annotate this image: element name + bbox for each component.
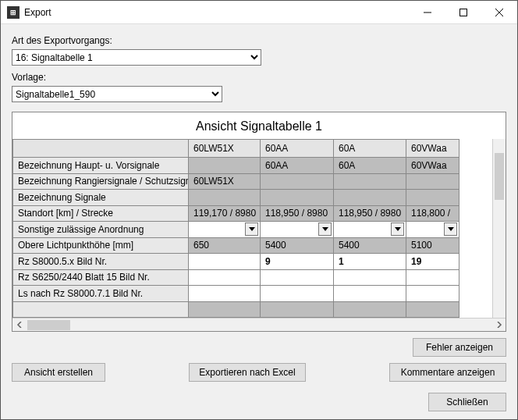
row-header[interactable]: Bezeichnung Haupt- u. Vorsignale: [12, 158, 189, 173]
table-cell[interactable]: 5100: [406, 238, 459, 254]
window-controls: [410, 1, 517, 23]
table-cell[interactable]: 5400: [334, 238, 406, 254]
row-header[interactable]: Rz S6250/2440 Blatt 15 Bild Nr.: [12, 270, 189, 286]
table-cell[interactable]: 5400: [261, 238, 334, 254]
svg-marker-4: [249, 227, 255, 231]
svg-marker-5: [322, 227, 328, 231]
template-label: Vorlage:: [12, 72, 506, 83]
scroll-left-icon[interactable]: [12, 319, 26, 332]
dropdown-icon[interactable]: [391, 222, 404, 236]
titlebar[interactable]: ⊞ Export: [1, 1, 517, 24]
row-header[interactable]: [12, 302, 189, 318]
table-cell[interactable]: [334, 286, 406, 301]
table-cell[interactable]: [334, 302, 406, 318]
table-cell[interactable]: [406, 302, 459, 318]
row-header[interactable]: Rz S8000.5.x Bild Nr.: [12, 254, 189, 269]
table-cell[interactable]: 118,950 / 8980: [261, 206, 334, 222]
row-header[interactable]: Bezeichnung Signale: [12, 190, 189, 205]
table-cell[interactable]: 650: [189, 238, 261, 254]
app-icon: ⊞: [7, 6, 20, 19]
table-cell[interactable]: [261, 270, 334, 286]
table-cell[interactable]: [334, 222, 406, 237]
export-type-select[interactable]: 16: Signaltabelle 1: [12, 49, 261, 66]
data-grid: 60LW51X60AA60A60VWaaBezeichnung Haupt- u…: [12, 139, 506, 318]
table-cell[interactable]: [189, 254, 261, 269]
table-cell[interactable]: 1: [334, 254, 406, 269]
row-header[interactable]: Standort [km] / Strecke: [12, 206, 189, 222]
table-cell[interactable]: 60LW51X: [189, 174, 261, 190]
row-header[interactable]: Bezeichnung Rangiersignale / Schutzsigna…: [12, 174, 189, 190]
column-header[interactable]: 60LW51X: [189, 139, 261, 158]
table-cell[interactable]: 118,950 / 8980: [334, 206, 406, 222]
dropdown-icon[interactable]: [318, 222, 332, 236]
close-dialog-button[interactable]: Schließen: [428, 393, 506, 411]
table-cell[interactable]: [189, 286, 261, 301]
horizontal-scrollbar[interactable]: [12, 318, 506, 331]
minimize-button[interactable]: [410, 1, 445, 23]
table-title: Ansicht Signaltabelle 1: [12, 112, 506, 139]
column-header[interactable]: 60VWaa: [406, 139, 459, 158]
table-cell[interactable]: [334, 270, 406, 286]
table-cell[interactable]: [406, 190, 459, 205]
column-header[interactable]: 60AA: [261, 139, 334, 158]
table-cell[interactable]: [261, 222, 334, 237]
table-cell[interactable]: [189, 270, 261, 286]
show-comments-button[interactable]: Kommentare anzeigen: [389, 363, 506, 382]
table-cell[interactable]: 60VWaa: [406, 158, 459, 173]
template-select[interactable]: Signaltabelle1_590: [12, 86, 222, 102]
table-cell[interactable]: [261, 302, 334, 318]
table-container: Ansicht Signaltabelle 1 60LW51X60AA60A60…: [12, 112, 506, 332]
vertical-scroll-thumb[interactable]: [495, 153, 504, 200]
maximize-button[interactable]: [445, 1, 481, 23]
table-cell[interactable]: [334, 190, 406, 205]
dropdown-icon[interactable]: [444, 222, 457, 236]
export-excel-button[interactable]: Exportieren nach Excel: [189, 363, 306, 382]
table-cell[interactable]: [261, 190, 334, 205]
table-cell[interactable]: 119,170 / 8980: [189, 206, 261, 222]
table-cell[interactable]: [189, 158, 261, 173]
svg-marker-6: [395, 227, 401, 231]
table-cell[interactable]: 60AA: [261, 158, 334, 173]
table-cell[interactable]: 19: [406, 254, 459, 269]
row-header[interactable]: Sonstige zulässige Anordnung: [12, 222, 189, 237]
table-cell[interactable]: [189, 190, 261, 205]
window-title: Export: [24, 7, 410, 18]
table-cell[interactable]: [334, 174, 406, 190]
vertical-scrollbar[interactable]: [492, 139, 506, 318]
scroll-right-icon[interactable]: [492, 319, 506, 332]
column-header[interactable]: 60A: [334, 139, 406, 158]
table-cell[interactable]: [189, 302, 261, 318]
svg-marker-7: [448, 227, 454, 231]
table-cell[interactable]: 118,800 /: [406, 206, 459, 222]
row-header[interactable]: Ls nach Rz S8000.7.1 Bild Nr.: [12, 286, 189, 301]
export-type-label: Art des Exportvorgangs:: [12, 35, 506, 46]
dropdown-icon[interactable]: [245, 222, 258, 236]
table-cell[interactable]: 9: [261, 254, 334, 269]
export-window: ⊞ Export Art des Exportvorgangs: 16: Sig…: [0, 0, 518, 420]
table-cell[interactable]: 60A: [334, 158, 406, 173]
row-header[interactable]: Obere Lichtpunkthöhe [mm]: [12, 238, 189, 254]
show-errors-button[interactable]: Fehler anzeigen: [413, 338, 506, 357]
table-cell[interactable]: [406, 222, 459, 237]
table-cell[interactable]: [406, 270, 459, 286]
client-area: Art des Exportvorgangs: 16: Signaltabell…: [1, 24, 517, 390]
table-corner: [12, 139, 189, 158]
table-cell[interactable]: [261, 286, 334, 301]
table-cell[interactable]: [189, 222, 261, 237]
create-view-button[interactable]: Ansicht erstellen: [12, 363, 105, 382]
table-cell[interactable]: [406, 286, 459, 301]
svg-rect-1: [460, 9, 467, 16]
close-button[interactable]: [481, 1, 517, 23]
table-cell[interactable]: [406, 174, 459, 190]
horizontal-scroll-thumb[interactable]: [27, 320, 70, 330]
table-cell[interactable]: [261, 174, 334, 190]
